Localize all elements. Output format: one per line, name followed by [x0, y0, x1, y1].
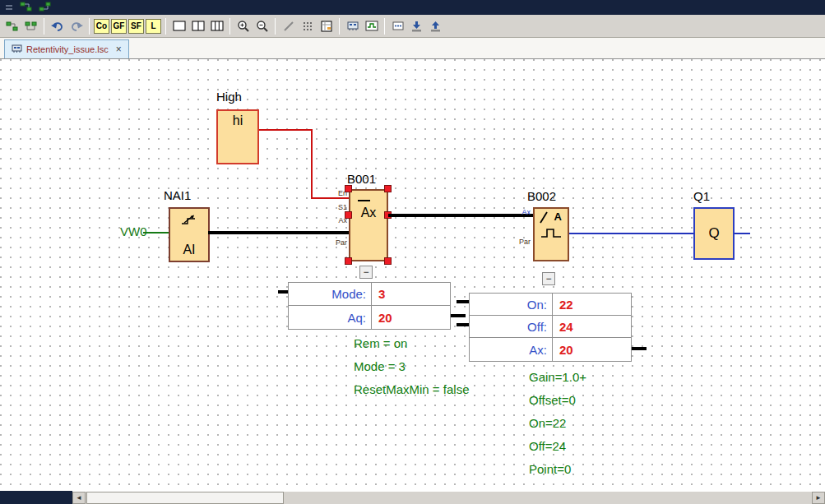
collapse-b001-params-button[interactable]: −	[359, 266, 373, 279]
analog-input-symbol-icon	[180, 214, 198, 229]
app-window: Co GF SF L	[0, 0, 825, 504]
menu-grip-icon	[5, 0, 13, 15]
param-value: 24	[553, 316, 573, 337]
b002-block-text: A	[554, 210, 562, 223]
block-b001-analog-amplifier[interactable]: Ax	[349, 189, 388, 261]
bottom-left-panel	[0, 491, 72, 504]
param-label: Off:	[470, 316, 553, 337]
main-toolbar: Co GF SF L	[0, 15, 825, 38]
selection-handle[interactable]	[384, 185, 392, 192]
scroll-right-arrow[interactable]: ►	[812, 492, 825, 504]
annotation-offset: Offset=0	[529, 393, 576, 407]
pin-label-b001-s1: S1	[327, 203, 347, 211]
upload-from-device-icon[interactable]	[426, 17, 445, 35]
reference-points-icon[interactable]	[388, 17, 407, 35]
sim-document-icon	[12, 44, 22, 55]
tab-close-icon[interactable]: ×	[116, 44, 122, 55]
tab-retentivity-issue[interactable]: Retentivity_issue.lsc ×	[4, 39, 129, 58]
line-tool-icon[interactable]	[279, 17, 298, 35]
param-connector-stub	[632, 347, 647, 350]
selection-handle[interactable]	[345, 257, 352, 265]
block-b002-analog-threshold[interactable]: A	[533, 207, 569, 261]
param-connector-stub	[457, 323, 469, 326]
param-value: 3	[372, 283, 385, 305]
page-layout-icon[interactable]	[317, 17, 336, 35]
diagram-canvas[interactable]: High hi VW0 NAI1 AI B001 En S1 Ax Par Ax	[0, 59, 825, 491]
interface-connector-icon[interactable]	[20, 0, 32, 15]
selection-handle[interactable]	[345, 185, 352, 192]
threshold-step-icon	[540, 226, 563, 243]
annotation-rem: Rem = on	[354, 336, 407, 350]
toolbar-separator	[165, 18, 166, 35]
wire-blue-b002-q1[interactable]	[569, 233, 693, 234]
block-hi-constant[interactable]: hi	[216, 109, 259, 164]
download-to-device-icon[interactable]	[407, 17, 426, 35]
online-test-icon[interactable]	[362, 17, 381, 35]
logic-l-button[interactable]: L	[146, 19, 161, 34]
scrollbar-thumb[interactable]	[86, 492, 284, 504]
q-block-text: Q	[695, 225, 733, 242]
window-single-icon[interactable]	[169, 17, 188, 35]
param-row: On: 22	[470, 294, 631, 316]
constants-co-button[interactable]: Co	[94, 19, 109, 34]
interface-icon[interactable]	[2, 17, 21, 35]
param-label: On:	[470, 294, 553, 315]
snap-grid-icon[interactable]	[298, 17, 317, 35]
param-label: Mode:	[289, 283, 372, 305]
pin-label-b001-par: Par	[327, 238, 347, 247]
network-connector-icon[interactable]	[39, 0, 51, 15]
annotation-mode: Mode = 3	[354, 359, 406, 373]
param-row: Ax: 20	[470, 338, 631, 361]
ai-block-text: AI	[170, 243, 208, 257]
toolbar-separator	[44, 18, 44, 35]
hi-block-text: hi	[218, 113, 257, 128]
param-box-b001[interactable]: Mode: 3 Aq: 20	[288, 282, 451, 330]
toolbar-separator	[229, 18, 230, 35]
wire-red-h2[interactable]	[311, 197, 350, 199]
zoom-out-icon[interactable]	[253, 17, 271, 35]
threshold-slash-icon	[539, 210, 549, 228]
b001-block-text: Ax	[350, 206, 387, 220]
param-box-b002[interactable]: On: 22 Off: 24 Ax: 20	[469, 293, 632, 362]
scroll-left-arrow[interactable]: ◄	[72, 492, 86, 504]
basic-functions-gf-button[interactable]: GF	[111, 19, 127, 34]
block-q1-output[interactable]: Q	[693, 207, 735, 260]
selection-handle[interactable]	[384, 257, 392, 265]
window-split-two-icon[interactable]	[188, 17, 207, 35]
annotation-gain: Gain=1.0+	[529, 370, 586, 384]
redo-icon[interactable]	[67, 17, 86, 35]
special-functions-sf-button[interactable]: SF	[128, 19, 144, 34]
window-split-three-icon[interactable]	[207, 17, 226, 35]
horizontal-scrollbar[interactable]: ◄ ►	[72, 491, 825, 504]
wire-black-ai-b001[interactable]	[208, 231, 349, 234]
bottom-bar: ◄ ►	[0, 491, 825, 504]
tab-label: Retentivity_issue.lsc	[26, 44, 109, 54]
selection-handle[interactable]	[345, 211, 352, 219]
b001-symbol-line	[358, 200, 370, 201]
param-connector-stub	[457, 300, 469, 303]
connect-modules-icon[interactable]	[21, 17, 40, 35]
param-value: 20	[372, 306, 392, 329]
pin-label-b002-par: Par	[510, 238, 531, 246]
wire-green-vw0[interactable]	[143, 232, 169, 234]
param-label: Aq:	[289, 306, 372, 329]
block-label-q1: Q1	[693, 189, 710, 203]
zoom-in-icon[interactable]	[234, 17, 253, 35]
param-value: 22	[553, 294, 573, 315]
wire-red-v[interactable]	[311, 129, 313, 199]
block-label-b001: B001	[347, 172, 376, 186]
titlebar	[0, 0, 825, 15]
tab-strip: Retentivity_issue.lsc ×	[0, 38, 825, 59]
toolbar-separator	[89, 18, 90, 35]
param-value: 20	[553, 338, 573, 361]
block-label-nai1: NAI1	[164, 188, 191, 202]
param-row: Aq: 20	[289, 306, 450, 329]
annotation-off: Off=24	[529, 439, 566, 453]
annotation-resetmaxmin: ResetMaxMin = false	[354, 382, 469, 396]
block-analog-input[interactable]: AI	[169, 207, 210, 262]
wire-blue-q1-out[interactable]	[735, 233, 750, 234]
simulation-icon[interactable]	[343, 17, 362, 35]
collapse-b002-params-button[interactable]: −	[542, 272, 555, 285]
wire-red-h1[interactable]	[259, 129, 312, 131]
undo-icon[interactable]	[48, 17, 67, 35]
